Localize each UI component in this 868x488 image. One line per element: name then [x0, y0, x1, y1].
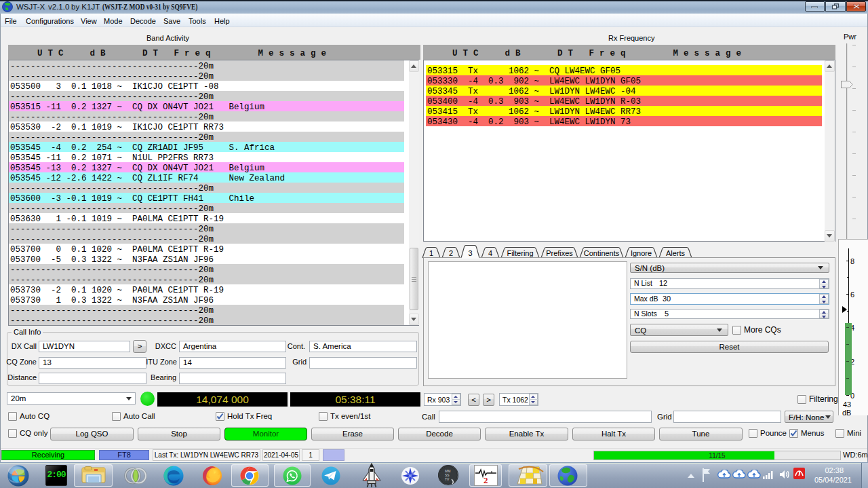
svg-text:2: 2	[484, 475, 488, 485]
svg-text:TV: TV	[445, 477, 450, 481]
